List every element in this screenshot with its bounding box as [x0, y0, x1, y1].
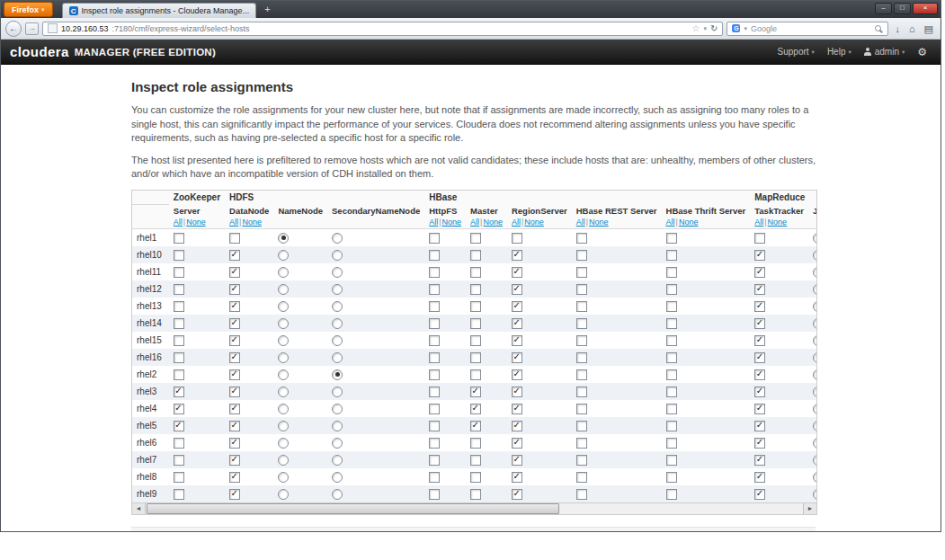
- select-all-link[interactable]: All: [512, 218, 521, 227]
- role-radio-jobtracker[interactable]: [813, 438, 816, 449]
- role-checkbox-regionserver[interactable]: [512, 387, 522, 397]
- role-checkbox-tasktracker[interactable]: [754, 455, 765, 466]
- role-checkbox-hbase-rest-server[interactable]: [576, 335, 587, 346]
- role-checkbox-server[interactable]: [174, 438, 184, 449]
- role-radio-secondarynamenode[interactable]: [332, 318, 343, 329]
- role-radio-jobtracker[interactable]: [813, 233, 816, 244]
- role-checkbox-hbase-thrift-server[interactable]: [666, 301, 677, 312]
- role-checkbox-hbase-thrift-server[interactable]: [666, 489, 677, 500]
- role-checkbox-datanode[interactable]: [229, 455, 240, 466]
- role-radio-secondarynamenode[interactable]: [332, 489, 343, 500]
- firefox-menu-button[interactable]: Firefox ▾: [4, 2, 53, 17]
- role-checkbox-hbase-thrift-server[interactable]: [666, 250, 677, 261]
- role-checkbox-regionserver[interactable]: [512, 267, 522, 278]
- select-all-link[interactable]: All: [754, 218, 763, 227]
- role-checkbox-tasktracker[interactable]: [754, 352, 765, 363]
- role-checkbox-hbase-rest-server[interactable]: [576, 301, 587, 312]
- role-radio-jobtracker[interactable]: [813, 352, 816, 363]
- role-checkbox-datanode[interactable]: [229, 301, 240, 312]
- role-checkbox-datanode[interactable]: [229, 335, 240, 346]
- select-all-link[interactable]: All: [174, 218, 183, 227]
- role-radio-secondarynamenode[interactable]: [332, 438, 343, 449]
- role-checkbox-hbase-rest-server[interactable]: [576, 438, 587, 449]
- role-radio-secondarynamenode[interactable]: [332, 250, 343, 261]
- role-checkbox-hbase-rest-server[interactable]: [576, 489, 587, 500]
- role-checkbox-hbase-rest-server[interactable]: [576, 404, 587, 414]
- role-checkbox-master[interactable]: [470, 472, 481, 483]
- role-checkbox-hbase-rest-server[interactable]: [576, 369, 587, 380]
- role-checkbox-regionserver[interactable]: [512, 489, 522, 500]
- role-checkbox-datanode[interactable]: [229, 284, 240, 295]
- role-checkbox-regionserver[interactable]: [512, 438, 522, 449]
- role-checkbox-hbase-thrift-server[interactable]: [666, 438, 677, 449]
- role-checkbox-master[interactable]: [470, 267, 481, 278]
- role-checkbox-httpfs[interactable]: [429, 352, 440, 363]
- role-radio-namenode[interactable]: [278, 233, 289, 244]
- role-checkbox-tasktracker[interactable]: [754, 301, 765, 312]
- role-checkbox-datanode[interactable]: [229, 421, 240, 431]
- search-engine-icon[interactable]: G: [732, 24, 740, 32]
- role-checkbox-master[interactable]: [470, 387, 481, 397]
- select-none-link[interactable]: None: [186, 218, 206, 227]
- role-checkbox-hbase-thrift-server[interactable]: [666, 352, 677, 363]
- role-checkbox-master[interactable]: [470, 455, 481, 466]
- select-none-link[interactable]: None: [524, 218, 544, 227]
- url-bar[interactable]: 10.29.160.53 :7180/cmf/express-wizard/se…: [42, 22, 723, 36]
- role-checkbox-server[interactable]: [174, 284, 184, 295]
- role-checkbox-master[interactable]: [470, 369, 481, 380]
- role-checkbox-master[interactable]: [470, 438, 481, 449]
- search-engine-caret-icon[interactable]: ▾: [744, 25, 747, 32]
- close-button[interactable]: ×: [913, 3, 938, 14]
- home-icon[interactable]: ⌂: [906, 22, 918, 35]
- role-checkbox-master[interactable]: [470, 233, 481, 244]
- role-checkbox-httpfs[interactable]: [429, 455, 440, 466]
- role-checkbox-hbase-thrift-server[interactable]: [666, 233, 677, 244]
- role-radio-secondarynamenode[interactable]: [332, 472, 343, 483]
- role-checkbox-regionserver[interactable]: [512, 455, 522, 466]
- select-none-link[interactable]: None: [242, 218, 262, 227]
- reload-icon[interactable]: ↻: [710, 23, 718, 33]
- role-radio-secondarynamenode[interactable]: [332, 404, 343, 414]
- cloudera-logo[interactable]: cloudera: [10, 44, 69, 59]
- role-radio-jobtracker[interactable]: [813, 387, 816, 397]
- role-checkbox-regionserver[interactable]: [512, 284, 522, 295]
- role-checkbox-hbase-rest-server[interactable]: [576, 352, 587, 363]
- role-radio-jobtracker[interactable]: [813, 301, 816, 312]
- role-checkbox-regionserver[interactable]: [512, 318, 522, 329]
- select-all-link[interactable]: All: [576, 218, 585, 227]
- role-checkbox-master[interactable]: [470, 404, 481, 414]
- role-checkbox-regionserver[interactable]: [512, 472, 522, 483]
- search-bar[interactable]: G ▾ Google: [727, 22, 888, 36]
- scroll-left-arrow-icon[interactable]: ◄: [132, 503, 146, 514]
- select-none-link[interactable]: None: [442, 218, 462, 227]
- role-checkbox-server[interactable]: [174, 267, 184, 278]
- role-checkbox-regionserver[interactable]: [512, 421, 522, 431]
- role-checkbox-server[interactable]: [174, 421, 184, 431]
- role-radio-jobtracker[interactable]: [813, 369, 816, 380]
- role-radio-namenode[interactable]: [278, 352, 289, 363]
- role-radio-jobtracker[interactable]: [813, 421, 816, 431]
- role-checkbox-hbase-thrift-server[interactable]: [666, 472, 677, 483]
- select-none-link[interactable]: None: [483, 218, 503, 227]
- role-radio-namenode[interactable]: [278, 284, 289, 295]
- role-checkbox-datanode[interactable]: [229, 438, 240, 449]
- role-checkbox-master[interactable]: [470, 301, 481, 312]
- role-checkbox-server[interactable]: [174, 387, 184, 397]
- role-checkbox-tasktracker[interactable]: [754, 387, 765, 397]
- user-menu[interactable]: admin ▾: [860, 47, 910, 57]
- role-checkbox-server[interactable]: [174, 318, 184, 329]
- role-checkbox-master[interactable]: [470, 250, 481, 261]
- role-checkbox-tasktracker[interactable]: [754, 284, 765, 295]
- search-icon[interactable]: [875, 25, 881, 31]
- maximize-button[interactable]: □: [894, 3, 911, 14]
- role-radio-secondarynamenode[interactable]: [332, 352, 343, 363]
- role-radio-jobtracker[interactable]: [813, 318, 816, 329]
- role-radio-jobtracker[interactable]: [813, 472, 816, 483]
- role-radio-namenode[interactable]: [278, 421, 289, 431]
- role-checkbox-httpfs[interactable]: [429, 335, 440, 346]
- role-checkbox-tasktracker[interactable]: [754, 369, 765, 380]
- role-checkbox-master[interactable]: [470, 335, 481, 346]
- role-checkbox-datanode[interactable]: [229, 369, 240, 380]
- role-checkbox-hbase-thrift-server[interactable]: [666, 421, 677, 431]
- role-radio-jobtracker[interactable]: [813, 250, 816, 261]
